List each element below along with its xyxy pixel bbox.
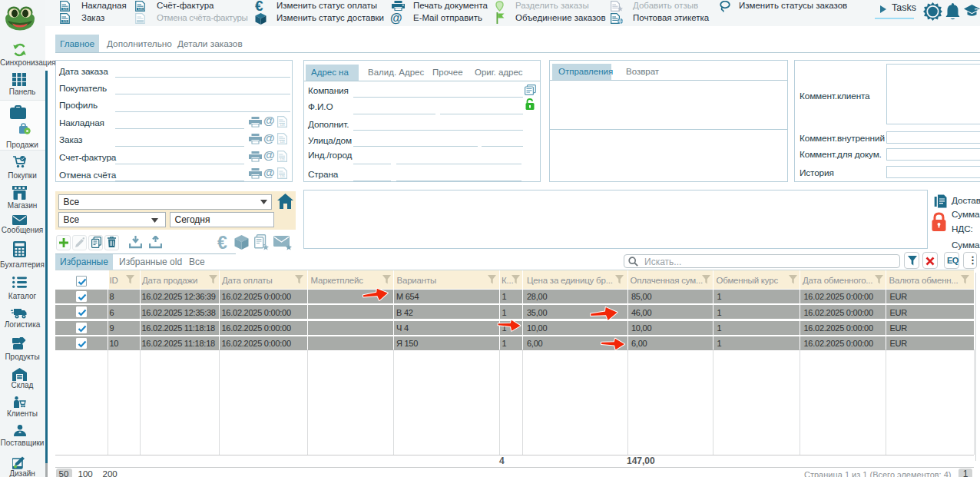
svg-text:123: 123 <box>138 8 143 11</box>
svg-text:123: 123 <box>280 175 285 178</box>
svg-text:123: 123 <box>280 141 285 144</box>
svg-text:123: 123 <box>63 8 68 11</box>
svg-text:123: 123 <box>280 124 285 127</box>
svg-text:123: 123 <box>280 158 285 161</box>
svg-text:123: 123 <box>63 20 68 23</box>
